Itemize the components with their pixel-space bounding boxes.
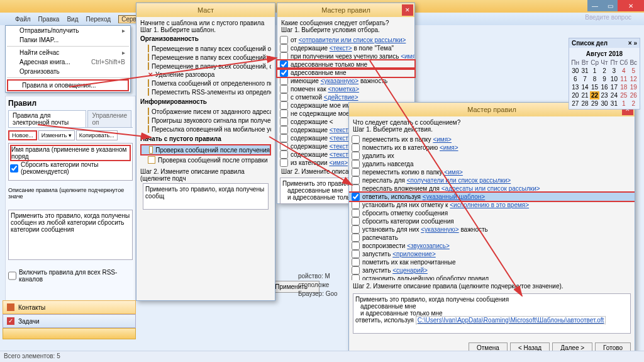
mi-send-receive[interactable]: Отправить/получить▸ bbox=[6, 26, 130, 35]
close-button[interactable]: ✕ bbox=[618, 0, 644, 11]
tmpl-item[interactable]: ✕Удаление разговора bbox=[140, 71, 271, 79]
action-chk[interactable] bbox=[352, 176, 360, 184]
action-row[interactable]: пометить их как непрочитанные bbox=[349, 258, 635, 266]
tmpl-item[interactable]: Пересылка оповещений на мобильное устро bbox=[140, 125, 271, 133]
copy-rule-button[interactable]: Копировать... bbox=[76, 130, 118, 140]
cond-chk[interactable] bbox=[280, 150, 288, 159]
cond-chk[interactable] bbox=[280, 52, 288, 60]
action-chk[interactable] bbox=[352, 234, 360, 242]
tmpl-item[interactable]: Перемещение в папку всех сообщений с о bbox=[140, 53, 271, 62]
todo-close[interactable]: × » bbox=[628, 40, 637, 47]
nav-contacts[interactable]: Контакты bbox=[3, 300, 136, 314]
action-row[interactable]: распечатать bbox=[349, 234, 635, 242]
tab-manage[interactable]: Управление оп bbox=[87, 110, 131, 127]
cond-row[interactable]: адресованные мне bbox=[277, 69, 414, 77]
tmpl-item[interactable]: Пометка сообщений от определенного поль bbox=[140, 79, 271, 88]
action-row[interactable]: переслать для <получатели или список рас… bbox=[349, 176, 635, 184]
action-chk[interactable] bbox=[352, 168, 360, 176]
cond-chk[interactable] bbox=[280, 69, 288, 77]
maximize-button[interactable]: ▭ bbox=[602, 0, 618, 11]
action-chk[interactable] bbox=[352, 266, 360, 274]
cond-chk[interactable] bbox=[280, 93, 288, 101]
mi-find[interactable]: Найти сейчас▸ bbox=[6, 48, 130, 57]
action-row[interactable]: сбросить категории сообщения bbox=[349, 217, 635, 225]
tmpl-check-after-receive[interactable]: Проверка сообщений после получения bbox=[140, 144, 271, 156]
action-chk[interactable] bbox=[352, 225, 360, 234]
action-row[interactable]: переместить копию в папку <имя> bbox=[349, 168, 635, 176]
cond-chk[interactable] bbox=[280, 134, 288, 142]
rss-chk[interactable] bbox=[8, 269, 16, 283]
cond-chk[interactable] bbox=[280, 118, 288, 126]
edit-rule-button[interactable]: Изменить ▾ bbox=[38, 130, 75, 140]
menu-file[interactable]: Файл bbox=[15, 16, 31, 23]
action-row[interactable]: удалить их bbox=[349, 152, 635, 160]
mi-addressbook[interactable]: Адресная книга...Ctrl+Shift+B bbox=[6, 57, 130, 67]
action-row[interactable]: остановить дальнейшую обработку правил bbox=[349, 274, 635, 280]
menu-view[interactable]: Вид bbox=[67, 16, 78, 23]
cond-chk[interactable] bbox=[280, 101, 288, 110]
cond-row[interactable]: имеющие <указанную> важность bbox=[277, 77, 414, 85]
tmpl-item[interactable]: Отображение писем от заданного адресата bbox=[140, 107, 271, 116]
action-chk[interactable] bbox=[352, 201, 360, 209]
action-row[interactable]: переслать вложением для <адресаты или сп… bbox=[349, 184, 635, 193]
tab-email-rules[interactable]: Правила для электронной почты bbox=[8, 110, 86, 127]
cond-row[interactable]: от <отправители или список рассылки> bbox=[277, 36, 414, 44]
action-row[interactable]: запустить <приложение> bbox=[349, 250, 635, 258]
action-chk[interactable] bbox=[352, 184, 360, 193]
action-chk[interactable] bbox=[352, 274, 360, 280]
tmpl-item[interactable]: Перемещение в папку всех сообщений от bbox=[140, 44, 271, 53]
action-row[interactable]: установить для них <указанную> важность bbox=[349, 225, 635, 234]
action-row[interactable]: сбросить отметку сообщения bbox=[349, 209, 635, 217]
cond-chk[interactable] bbox=[280, 110, 288, 118]
cond-row[interactable]: содержащие <текст> в поле "Тема" bbox=[277, 44, 414, 52]
action-row[interactable]: удалить навсегда bbox=[349, 160, 635, 168]
dlg2-close[interactable]: ✕ bbox=[402, 4, 413, 16]
cond-row[interactable]: помечен как <пометка> bbox=[277, 85, 414, 93]
tmpl-item[interactable]: Проигрыш звукового сигнала при получении bbox=[140, 116, 271, 125]
calendar[interactable]: ПнВтСрЧтПтСбВс 303112345 6789101112 1314… bbox=[570, 59, 638, 108]
cond-row[interactable]: с отметкой <действие> bbox=[277, 93, 414, 101]
action-chk[interactable] bbox=[352, 152, 360, 160]
cond-chk[interactable] bbox=[280, 159, 288, 167]
new-rule-button[interactable]: Новое... bbox=[8, 130, 37, 140]
mi-imap[interactable]: Папки IMAP... bbox=[6, 35, 130, 45]
cond-chk[interactable] bbox=[280, 85, 288, 93]
action-chk[interactable] bbox=[352, 135, 360, 144]
nav-tasks[interactable]: ✓Задачи bbox=[3, 314, 136, 328]
action-chk[interactable] bbox=[352, 217, 360, 225]
template-path-link[interactable]: C:\Users\Ivan\AppData\Roaming\Microsoft\… bbox=[416, 316, 606, 324]
menu-edit[interactable]: Правка bbox=[38, 16, 60, 23]
action-row[interactable]: запустить <сценарий> bbox=[349, 266, 635, 274]
tmpl-item[interactable]: Переместить RSS-элементы из определенно bbox=[140, 88, 271, 96]
cond-row[interactable]: адресованные только мне bbox=[277, 60, 414, 69]
action-row[interactable]: ответить, используя <указанный шаблон> bbox=[349, 193, 635, 201]
nav-strip[interactable] bbox=[3, 328, 136, 339]
tmpl-check-after-send[interactable]: Проверка сообщений после отправки bbox=[140, 156, 271, 164]
rule-row[interactable]: Сбросить категории почты (рекомендуется) bbox=[10, 161, 131, 175]
action-chk[interactable] bbox=[352, 258, 360, 266]
cond-chk[interactable] bbox=[280, 126, 288, 134]
ask-box[interactable]: Введите вопрос bbox=[585, 14, 631, 21]
mi-rules[interactable]: Правила и оповещения... bbox=[7, 79, 129, 91]
action-chk[interactable] bbox=[352, 160, 360, 168]
minimize-button[interactable]: — bbox=[587, 0, 602, 11]
cond-chk[interactable] bbox=[280, 142, 288, 150]
action-chk[interactable] bbox=[352, 242, 360, 250]
cond-chk[interactable] bbox=[280, 36, 288, 44]
action-row[interactable]: переместить их в папку <имя> bbox=[349, 135, 635, 144]
menu-go[interactable]: Переход bbox=[86, 16, 111, 23]
action-chk[interactable] bbox=[352, 209, 360, 217]
tmpl-item[interactable]: Перемещение в папку всех сообщений, от bbox=[140, 62, 271, 71]
cond-chk[interactable] bbox=[280, 44, 288, 52]
action-chk[interactable] bbox=[352, 250, 360, 258]
action-row[interactable]: воспроизвести <звукозапись> bbox=[349, 242, 635, 250]
mi-organize[interactable]: Организовать bbox=[6, 67, 130, 76]
cond-chk[interactable] bbox=[280, 77, 288, 85]
rule-enable-chk[interactable] bbox=[10, 164, 18, 173]
action-chk[interactable] bbox=[352, 144, 360, 152]
action-row[interactable]: поместить их в категорию <имя> bbox=[349, 144, 635, 152]
action-row[interactable]: установить для них отметку к <исполнению… bbox=[349, 201, 635, 209]
cond-row[interactable]: при получении через учетную запись <имя> bbox=[277, 52, 414, 60]
action-chk[interactable] bbox=[352, 193, 360, 201]
cond-chk[interactable] bbox=[280, 60, 288, 69]
